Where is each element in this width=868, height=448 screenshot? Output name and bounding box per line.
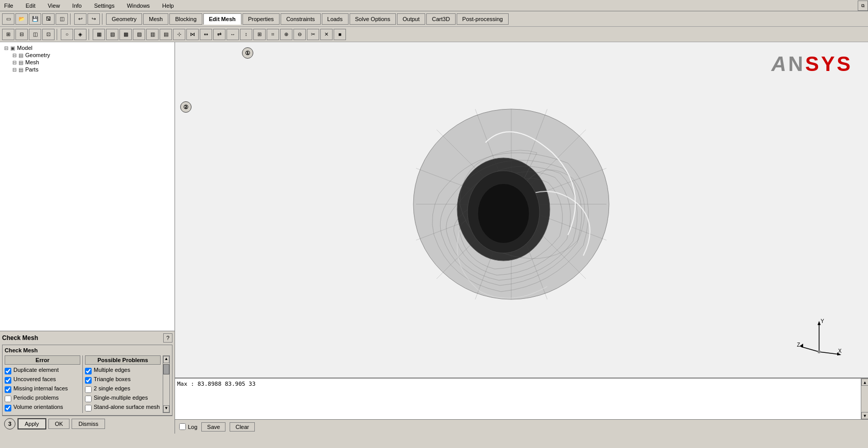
check-stand-alone-cb[interactable] — [85, 405, 92, 411]
menu-info[interactable]: Info — [70, 2, 83, 10]
check-single-multiple-cb[interactable] — [85, 396, 92, 402]
menu-edit[interactable]: Edit — [24, 2, 38, 10]
tree-item-geometry[interactable]: ⊟ ▤ Geometry — [2, 51, 172, 59]
tree-expand3-icon: ⊟ — [12, 60, 16, 65]
toolbar-save[interactable]: 💾 — [29, 13, 41, 25]
tb2-btn5[interactable]: ○ — [61, 29, 73, 40]
menu-file[interactable]: File — [2, 2, 15, 10]
possible-col-header: Possible Problems — [85, 355, 161, 365]
tb2-btn16[interactable]: ⇄ — [213, 29, 225, 40]
menu-view[interactable]: View — [46, 2, 62, 10]
check-triangle-boxes-cb[interactable] — [85, 377, 92, 384]
tb2-btn25[interactable]: ■ — [334, 29, 346, 40]
tb2-btn18[interactable]: ↕ — [240, 29, 252, 40]
dismiss-button[interactable]: Dismiss — [72, 419, 105, 429]
check-mesh-header: Check Mesh ? — [2, 333, 172, 343]
check-duplicate-element-cb[interactable] — [5, 368, 11, 374]
console-scrollbar[interactable]: ▲ ▼ — [861, 379, 868, 419]
tb2-btn17[interactable]: ↔ — [227, 29, 239, 40]
console-scroll-down[interactable]: ▼ — [861, 412, 868, 419]
tb2-btn11[interactable]: ▥ — [146, 29, 159, 40]
tree-item-mesh[interactable]: ⊟ ▤ Mesh — [2, 59, 172, 66]
tree-parts-icon: ▤ — [19, 67, 23, 73]
check-periodic-cb[interactable] — [5, 396, 11, 402]
tb2-btn9[interactable]: ▩ — [119, 29, 132, 40]
tb2-btn12[interactable]: ▤ — [160, 29, 172, 40]
scroll-up-btn[interactable]: ▲ — [163, 356, 169, 363]
check-stand-alone-label: Stand-alone surface mesh — [94, 404, 160, 410]
check-uncovered-faces-cb[interactable] — [5, 377, 11, 384]
tb2-btn20[interactable]: ⌗ — [267, 29, 279, 40]
tree-item-parts[interactable]: ⊟ ▤ Parts — [2, 66, 172, 73]
toolbar-row-1: ▭ 📂 💾 🖫 ◫ ↩ ↪ Geometry Mesh Blocking Edi… — [0, 11, 868, 27]
tree-label-model: Model — [17, 45, 32, 51]
tab-geometry[interactable]: Geometry — [106, 13, 142, 25]
check-mesh-content: Error Duplicate element Uncovered faces … — [5, 355, 170, 413]
tab-constraints[interactable]: Constraints — [281, 13, 321, 25]
tb2-btn23[interactable]: ✂ — [307, 29, 319, 40]
toolbar-redo[interactable]: ↪ — [88, 13, 100, 25]
tb2-btn19[interactable]: ⊞ — [253, 29, 266, 40]
tab-blocking[interactable]: Blocking — [169, 13, 202, 25]
log-checkbox[interactable] — [179, 423, 186, 430]
check-multiple-edges-cb[interactable] — [85, 368, 92, 374]
window-controls: ⧉ — [858, 0, 868, 11]
check-missing-internal-label: Missing internal faces — [13, 385, 68, 391]
window-restore-btn[interactable]: ⧉ — [858, 1, 868, 11]
output-console[interactable]: Max : 83.8988 83.905 33 ▲ ▼ — [175, 378, 868, 419]
tb2-btn22[interactable]: ⊖ — [293, 29, 306, 40]
tab-post-processing[interactable]: Post-processing — [457, 13, 509, 25]
tb2-btn15[interactable]: ↭ — [200, 29, 212, 40]
svg-line-16 — [801, 347, 819, 352]
save-button[interactable]: Save — [201, 422, 225, 432]
tb2-btn13[interactable]: ⊹ — [173, 29, 185, 40]
menu-settings[interactable]: Settings — [92, 2, 117, 10]
menu-windows[interactable]: Windows — [125, 2, 152, 10]
toolbar-save2[interactable]: 🖫 — [42, 13, 55, 25]
tab-output[interactable]: Output — [397, 13, 425, 25]
viewport[interactable]: ① ② ANSYS — [175, 42, 868, 378]
tb2-btn3[interactable]: ◫ — [29, 29, 41, 40]
tab-loads[interactable]: Loads — [322, 13, 349, 25]
tb2-btn14[interactable]: ⋈ — [186, 29, 199, 40]
tb2-btn1[interactable]: ⊞ — [2, 29, 14, 40]
check-mesh-scrollbar[interactable]: ▲ ▼ — [163, 355, 170, 413]
svg-point-11 — [478, 184, 529, 243]
check-volume-cb[interactable] — [5, 405, 11, 411]
tab-mesh[interactable]: Mesh — [143, 13, 168, 25]
sep4 — [89, 29, 91, 40]
scroll-down-btn[interactable]: ▼ — [163, 405, 169, 413]
check-2-single-cb[interactable] — [85, 386, 92, 393]
sep2 — [102, 13, 104, 25]
tb2-btn2[interactable]: ⊟ — [15, 29, 28, 40]
tb2-btn6[interactable]: ◈ — [74, 29, 86, 40]
tb2-btn21[interactable]: ⊕ — [280, 29, 292, 40]
console-scroll-track — [861, 386, 868, 412]
sep1 — [70, 13, 72, 25]
tab-edit-mesh[interactable]: Edit Mesh — [203, 13, 241, 25]
check-periodic-problems: Periodic problems — [5, 395, 80, 402]
toolbar-save3[interactable]: ◫ — [56, 13, 68, 25]
tree-item-model[interactable]: ⊟ ▣ Model — [2, 44, 172, 51]
tb2-btn10[interactable]: ▨ — [133, 29, 145, 40]
tab-solve-options[interactable]: Solve Options — [350, 13, 396, 25]
help-icon[interactable]: ? — [163, 333, 172, 343]
toolbar-undo[interactable]: ↩ — [74, 13, 86, 25]
ok-button[interactable]: OK — [48, 419, 70, 429]
tb2-btn8[interactable]: ▧ — [106, 29, 118, 40]
console-scroll-up[interactable]: ▲ — [861, 379, 868, 386]
tab-cart3d[interactable]: Cart3D — [426, 13, 456, 25]
clear-button[interactable]: Clear — [230, 422, 254, 432]
toolbar-open[interactable]: 📂 — [15, 13, 28, 25]
menu-help[interactable]: Help — [160, 2, 176, 10]
apply-button[interactable]: Apply — [18, 418, 46, 429]
tb2-btn4[interactable]: ⊡ — [42, 29, 55, 40]
toolbar-new[interactable]: ▭ — [2, 13, 14, 25]
tab-properties[interactable]: Properties — [242, 13, 280, 25]
check-stand-alone: Stand-alone surface mesh — [85, 404, 161, 411]
check-missing-internal-cb[interactable] — [5, 386, 11, 393]
console-toolbar: Log Save Clear — [175, 419, 868, 434]
tb2-btn24[interactable]: ✕ — [320, 29, 333, 40]
tb2-btn7[interactable]: ▦ — [93, 29, 105, 40]
scroll-thumb[interactable] — [163, 364, 169, 374]
